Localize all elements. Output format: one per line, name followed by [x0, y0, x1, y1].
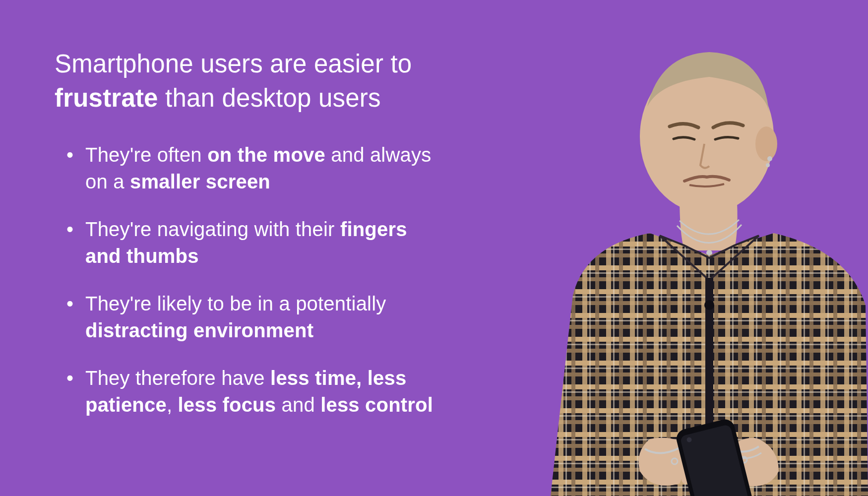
bullet-item: They therefore have less time, less pati…: [85, 365, 476, 418]
slide-headline: Smartphone users are easier to frustrate…: [55, 47, 476, 116]
svg-rect-14: [660, 459, 668, 484]
frustrated-user-image: [511, 27, 868, 496]
bullet-text: They therefore have: [85, 367, 270, 389]
svg-point-2: [767, 156, 772, 161]
slide-content: Smartphone users are easier to frustrate…: [0, 0, 476, 418]
headline-bold: frustrate: [55, 84, 158, 112]
bullet-bold-text: less focus: [178, 394, 276, 416]
bullet-text: They're navigating with their: [85, 218, 340, 240]
bullet-list: They're often on the move and always on …: [55, 141, 476, 418]
bullet-item: They're often on the move and always on …: [85, 141, 476, 195]
bullet-text: They're likely to be in a potentially: [85, 293, 386, 314]
svg-point-13: [704, 300, 714, 310]
headline-text: Smartphone users are easier to: [55, 50, 412, 78]
bullet-text: ,: [167, 394, 178, 416]
bullet-bold-text: distracting environment: [85, 319, 313, 341]
svg-rect-19: [751, 459, 759, 484]
bullet-text: and: [276, 394, 320, 416]
bullet-item: They're navigating with their fingers an…: [85, 216, 476, 269]
bullet-bold-text: on the move: [207, 144, 325, 166]
bullet-bold-text: smaller screen: [130, 171, 270, 192]
bullet-text: They're often: [85, 144, 207, 166]
bullet-bold-text: less control: [320, 394, 433, 416]
headline-text: than desktop users: [158, 84, 381, 112]
svg-point-3: [766, 163, 770, 167]
bullet-item: They're likely to be in a potentially di…: [85, 290, 476, 344]
svg-point-1: [755, 126, 777, 161]
